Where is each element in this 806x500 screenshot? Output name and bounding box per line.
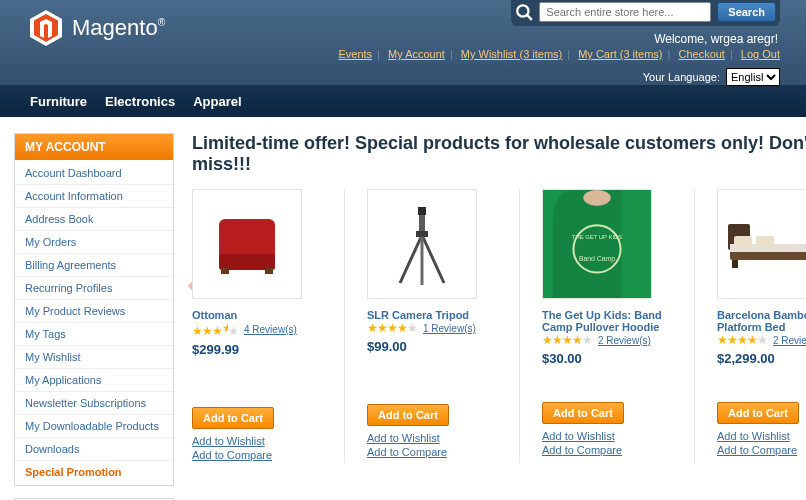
product-name[interactable]: Barcelona Bamboo Platform Bed <box>717 309 806 333</box>
promo-title: Limited-time offer! Special products for… <box>192 133 806 175</box>
logo-icon <box>28 8 64 48</box>
reviews-link[interactable]: 4 Review(s) <box>244 324 297 335</box>
svg-rect-10 <box>418 207 426 215</box>
add-to-wishlist-link[interactable]: Add to Wishlist <box>367 432 497 444</box>
sidebar-item-recurring[interactable]: Recurring Profiles <box>15 277 173 300</box>
add-to-wishlist-link[interactable]: Add to Wishlist <box>192 435 322 447</box>
rating-stars: ★★★★★ <box>367 321 417 335</box>
svg-rect-25 <box>756 236 774 246</box>
add-to-compare-link[interactable]: Add to Compare <box>717 444 806 456</box>
language-select[interactable]: English <box>726 68 780 86</box>
svg-rect-9 <box>265 268 273 274</box>
nav-apparel[interactable]: Apparel <box>193 94 241 109</box>
sidebar-item-tags[interactable]: My Tags <box>15 323 173 346</box>
link-my-account[interactable]: My Account <box>388 48 445 60</box>
sidebar-item-downloads[interactable]: Downloads <box>15 438 173 461</box>
rating-stars: ★★★★★ <box>717 333 767 347</box>
product-card: Barcelona Bamboo Platform Bed ★★★★★ 2 Re… <box>717 189 806 463</box>
link-events[interactable]: Events <box>338 48 372 60</box>
logo-text: Magento® <box>72 15 165 41</box>
sidebar-item-downloadable[interactable]: My Downloadable Products <box>15 415 173 438</box>
svg-text:Band Camp: Band Camp <box>579 255 615 263</box>
link-checkout[interactable]: Checkout <box>678 48 724 60</box>
product-name[interactable]: Ottoman <box>192 309 237 321</box>
svg-rect-24 <box>734 236 752 246</box>
sidebar-item-orders[interactable]: My Orders <box>15 231 173 254</box>
welcome-text: Welcome, wrgea aregr! <box>654 32 778 46</box>
add-to-wishlist-link[interactable]: Add to Wishlist <box>542 430 672 442</box>
product-name[interactable]: SLR Camera Tripod <box>367 309 469 321</box>
link-cart[interactable]: My Cart (3 items) <box>578 48 662 60</box>
reviews-link[interactable]: 1 Review(s) <box>423 323 476 334</box>
svg-rect-7 <box>219 254 275 270</box>
divider <box>344 189 345 463</box>
svg-line-12 <box>400 235 422 283</box>
sidebar-item-address-book[interactable]: Address Book <box>15 208 173 231</box>
sidebar-item-reviews[interactable]: My Product Reviews <box>15 300 173 323</box>
add-to-compare-link[interactable]: Add to Compare <box>542 444 672 456</box>
language-selector: Your Language: English <box>643 68 780 86</box>
sidebar-account-box: MY ACCOUNT Account Dashboard Account Inf… <box>14 133 174 486</box>
svg-line-3 <box>528 15 533 20</box>
product-price: $99.00 <box>367 339 497 354</box>
svg-text:THE GET UP KIDS: THE GET UP KIDS <box>572 234 622 240</box>
main-content: Limited-time offer! Special products for… <box>192 133 806 500</box>
header: Magento® Search Welcome, wrgea aregr! Ev… <box>0 0 806 85</box>
sidebar-list: Account Dashboard Account Information Ad… <box>15 160 173 485</box>
svg-line-13 <box>422 235 444 283</box>
reviews-link[interactable]: 2 Review(s) <box>773 335 806 346</box>
add-to-cart-button[interactable]: Add to Cart <box>542 402 624 424</box>
divider <box>519 189 520 463</box>
product-card: THE GET UP KIDSBand Camp The Get Up Kids… <box>542 189 672 463</box>
link-logout[interactable]: Log Out <box>741 48 780 60</box>
product-card: Ottoman ★★★★★ 4 Review(s) $299.99 Add to… <box>192 189 322 463</box>
svg-point-17 <box>583 190 610 206</box>
svg-rect-15 <box>416 231 428 237</box>
search-button[interactable]: Search <box>717 2 776 22</box>
product-thumb[interactable] <box>367 189 477 299</box>
main-nav: Furniture Electronics Apparel <box>0 85 806 117</box>
product-price: $30.00 <box>542 351 672 366</box>
svg-rect-26 <box>732 260 738 268</box>
product-carousel: Ottoman ★★★★★ 4 Review(s) $299.99 Add to… <box>192 189 806 463</box>
sidebar-item-dashboard[interactable]: Account Dashboard <box>15 162 173 185</box>
product-thumb[interactable] <box>192 189 302 299</box>
svg-rect-8 <box>221 268 229 274</box>
link-wishlist[interactable]: My Wishlist (3 items) <box>461 48 562 60</box>
add-to-compare-link[interactable]: Add to Compare <box>367 446 497 458</box>
search-icon <box>515 3 533 21</box>
search-bar: Search <box>511 0 780 26</box>
top-links: Events| My Account| My Wishlist (3 items… <box>338 48 780 60</box>
svg-point-2 <box>518 5 529 16</box>
product-price: $299.99 <box>192 342 322 357</box>
sidebar-item-applications[interactable]: My Applications <box>15 369 173 392</box>
product-card: SLR Camera Tripod ★★★★★ 1 Review(s) $99.… <box>367 189 497 463</box>
add-to-cart-button[interactable]: Add to Cart <box>717 402 799 424</box>
rating-stars: ★★★★★ <box>192 321 238 338</box>
logo[interactable]: Magento® <box>28 8 165 48</box>
rating-stars: ★★★★★ <box>542 333 592 347</box>
sidebar-item-wishlist[interactable]: My Wishlist <box>15 346 173 369</box>
sidebar-item-special-promotion[interactable]: Special Promotion <box>15 461 173 483</box>
add-to-wishlist-link[interactable]: Add to Wishlist <box>717 430 806 442</box>
sidebar-item-newsletter[interactable]: Newsletter Subscriptions <box>15 392 173 415</box>
sidebar: MY ACCOUNT Account Dashboard Account Inf… <box>14 133 174 500</box>
add-to-cart-button[interactable]: Add to Cart <box>367 404 449 426</box>
product-thumb[interactable]: THE GET UP KIDSBand Camp <box>542 189 652 299</box>
sidebar-item-billing[interactable]: Billing Agreements <box>15 254 173 277</box>
product-thumb[interactable] <box>717 189 806 299</box>
add-to-compare-link[interactable]: Add to Compare <box>192 449 322 461</box>
nav-electronics[interactable]: Electronics <box>105 94 175 109</box>
add-to-cart-button[interactable]: Add to Cart <box>192 407 274 429</box>
language-label: Your Language: <box>643 71 720 83</box>
search-input[interactable] <box>539 2 711 22</box>
nav-furniture[interactable]: Furniture <box>30 94 87 109</box>
sidebar-title: MY ACCOUNT <box>15 134 173 160</box>
product-price: $2,299.00 <box>717 351 806 366</box>
reviews-link[interactable]: 2 Review(s) <box>598 335 651 346</box>
divider <box>694 189 695 463</box>
product-name[interactable]: The Get Up Kids: Band Camp Pullover Hood… <box>542 309 662 333</box>
sidebar-item-account-info[interactable]: Account Information <box>15 185 173 208</box>
